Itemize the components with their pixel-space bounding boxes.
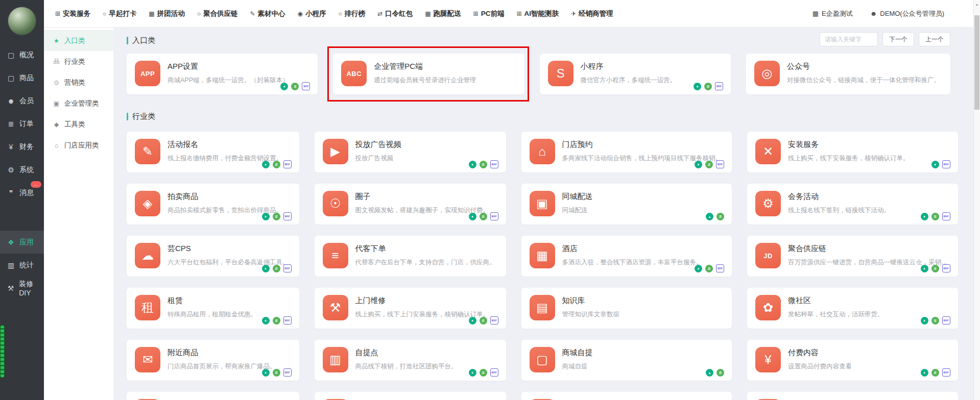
sidebar-item-统计[interactable]: ▥统计 — [0, 254, 44, 277]
window-scrollbar[interactable]: ▲ — [973, 0, 980, 400]
platform-badges: ▲SWAP — [921, 368, 950, 377]
scrollbar-thumb[interactable] — [974, 15, 979, 110]
topbar: ⊞安装服务○早起打卡▦拼团活动○聚合供应链✎素材中心◉小程序○排行榜⇄口令红包▦… — [44, 0, 980, 28]
topnav-item[interactable]: ○排行榜 — [338, 9, 365, 18]
topnav-item[interactable]: ⊞AI智能测肤 — [516, 9, 559, 18]
topnav-item[interactable]: ⇄口令红包 — [377, 9, 413, 18]
app-card[interactable]: ⌂厂家 — [127, 392, 299, 400]
android-badge-icon: ▲ — [262, 317, 270, 324]
activity-signup-icon: ✎ — [135, 139, 160, 164]
top-nav: ⊞安装服务○早起打卡▦拼团活动○聚合供应链✎素材中心◉小程序○排行榜⇄口令红包▦… — [55, 9, 613, 18]
sidebar-item-财务[interactable]: ¥财务 — [0, 135, 44, 158]
topnav-item[interactable]: ○聚合供应链 — [197, 9, 238, 18]
sidebar-item-label: 消息 — [19, 188, 34, 197]
avatar[interactable] — [8, 7, 36, 35]
android-badge-icon: ▲ — [469, 161, 476, 168]
app-card[interactable]: AIAI智能测肤 — [747, 392, 958, 400]
app-card-title: 租赁 — [168, 296, 259, 306]
app-card[interactable]: ≡代客下单代替客户在后台下单，支持自营，门店，供应商。 — [315, 236, 506, 277]
app-card[interactable]: JD聚合供应链百万货源供应一键进货，自营商品一键推送云仓，采销…▲SWAP — [747, 236, 958, 277]
category-item-企业管理类[interactable]: ▣企业管理类 — [44, 93, 113, 114]
app-card[interactable]: ⚙会务活动线上报名线下签到，链接线下活动。▲SWAP — [747, 184, 958, 224]
prev-button[interactable]: 上一个 — [919, 32, 950, 46]
app-card[interactable]: ▢商城自提商城自提▲S — [521, 340, 732, 381]
topnav-item-label: 素材中心 — [257, 9, 285, 18]
topnav-item[interactable]: ✎素材中心 — [250, 9, 285, 18]
android-badge-icon: ▲ — [695, 265, 702, 272]
workspace-switcher[interactable]: ▦E企盈测试 — [812, 9, 853, 18]
topnav-item[interactable]: ▦拼团活动 — [149, 9, 184, 18]
category-item-工具类[interactable]: ◆工具类 — [44, 114, 113, 135]
category-item-label: 入口类 — [64, 36, 85, 45]
category-item-门店应用类[interactable]: ⌂门店应用类 — [44, 135, 113, 156]
app-card[interactable]: ▶投放广告视频投放广告视频▲SWAP — [315, 132, 506, 172]
scroll-up-icon[interactable]: ▲ — [974, 0, 980, 6]
app-card[interactable]: ⊞PC前端 — [521, 392, 732, 400]
topnav-item[interactable]: ▦跑腿配送 — [425, 9, 461, 18]
app-card-desc: 发帖种草，社交互动，活跃带货。 — [788, 310, 886, 319]
miniprogram-badge-icon: S — [704, 83, 712, 90]
wap-badge-icon: WAP — [942, 368, 950, 377]
topnav-item-label: 安装服务 — [63, 9, 90, 18]
app-card[interactable]: ⚒上门维修线上购买，线下上门安装服务，核销确认订单。▲SWAP — [315, 288, 506, 329]
app-card[interactable]: ¥付费内容设置商品付费内容查看▲SWAP — [747, 340, 958, 381]
swap-arrows-icon: ⇄ — [377, 10, 383, 17]
miniprogram-badge-icon: S — [931, 317, 939, 324]
platform-badges: ▲SWAP — [695, 160, 724, 168]
app-card[interactable]: ▦酒店多酒店入驻，整合线下酒店资源，丰富平台服务。▲SWAP — [521, 236, 732, 277]
app-card[interactable]: ✎活动报名线上报名缴纳费用，付费金额营销设置。▲SWAP — [127, 132, 299, 172]
category-item-label: 工具类 — [64, 120, 85, 129]
app-card[interactable]: ☉圈子图文视频发帖，搭建兴趣圈子，实现知识付费。▲SWAP — [315, 184, 506, 224]
topnav-item[interactable]: ○早起打卡 — [103, 9, 136, 18]
app-card[interactable]: ✕安装服务线上购买，线下安装服务，核销确认订单。▲WAP — [747, 132, 958, 172]
jd-supply-chain-icon: JD — [755, 243, 781, 268]
app-card[interactable]: S小程序微信官方小程序，多端统一运营。▲SWAP — [540, 54, 731, 94]
app-card-desc: 设置商品付费内容查看 — [788, 362, 854, 371]
app-card[interactable]: ✿微社区发帖种草，社交互动，活跃带货。▲SWAP — [747, 288, 958, 329]
body-row: ★入口类品行业类⊙营销类▣企业管理类◆工具类⌂门店应用类 下一个 上一个 入口类… — [44, 28, 980, 400]
platform-badges: ▲SWAP — [262, 368, 292, 377]
stats-chart-icon: ▥ — [7, 261, 15, 269]
app-card[interactable]: ◷分时预约 — [315, 392, 506, 400]
app-card[interactable]: ▥自提点商品线下核销，打造社区团购平台。▲SWAP — [315, 340, 506, 381]
app-card[interactable]: ◎公众号对接微信公众号，链接商城，便于一体化管理和推广。 — [746, 54, 950, 94]
circle-icon: ○ — [197, 10, 201, 17]
topnav-item[interactable]: ◉小程序 — [297, 9, 326, 18]
platform-badges: ▲SWAP — [921, 212, 950, 220]
sidebar-item-消息[interactable]: ❞消息… — [0, 181, 44, 204]
app-card[interactable]: 租租赁特殊商品租用，租期租金优惠。▲SWAP — [127, 288, 299, 329]
search-input[interactable] — [820, 32, 878, 46]
sidebar-item-装修DIY[interactable]: ⚒装修DIY — [0, 277, 44, 299]
app-card-body: 同城配送同城配送 — [562, 191, 593, 217]
app-card[interactable]: ⌂门店预约多商家线下活动组合销售，线上预约项目线下服务核销。▲SWAP — [521, 132, 732, 172]
topnav-item[interactable]: ⊞PC前端 — [473, 9, 505, 18]
category-item-行业类[interactable]: 品行业类 — [44, 51, 113, 72]
sections: 入口类APPAPP设置商城APP端，多端统一运营。（封装版本）▲SWAPABC企… — [127, 36, 950, 400]
app-card[interactable]: APPAPP设置商城APP端，多端统一运营。（封装版本）▲SWAP — [127, 54, 318, 94]
topnav-item[interactable]: ⊞安装服务 — [55, 9, 90, 18]
app-card[interactable]: ▣同城配送同城配送▲S — [521, 184, 732, 224]
topnav-item[interactable]: ✈经销商管理 — [571, 9, 613, 18]
app-card[interactable]: ABC企业管理PC端通过前端会员账号登录进行企业管理 — [333, 54, 524, 94]
next-button[interactable]: 下一个 — [882, 32, 914, 46]
platform-badges: ▲SWAP — [694, 82, 723, 90]
app-card[interactable]: ◈拍卖商品商品拍卖模式新零售，竞拍出价得商品。▲SWAP — [127, 184, 299, 224]
community-icon: ✿ — [755, 295, 781, 320]
diy-hammer-icon: ⚒ — [7, 284, 15, 292]
app-card[interactable]: ▤知识库管理知识库文章数据 — [521, 288, 732, 329]
sidebar-item-订单[interactable]: ≣订单 — [0, 112, 44, 135]
app-card[interactable]: ☁芸CPS六大平台红包福利，平台必备高返佣工具。▲SWAP — [127, 236, 299, 277]
topnav-item-label: 小程序 — [305, 9, 326, 18]
sidebar-item-应用[interactable]: ❖应用 — [0, 231, 44, 254]
category-item-营销类[interactable]: ⊙营销类 — [44, 72, 113, 93]
category-item-入口类[interactable]: ★入口类 — [44, 30, 113, 51]
sidebar-item-label: 应用 — [19, 238, 34, 247]
sidebar-item-会员[interactable]: ☻会员 — [0, 89, 44, 112]
sidebar-item-系统[interactable]: ⚙系统 — [0, 158, 44, 181]
sidebar-item-商品[interactable]: ▢商品 — [0, 66, 44, 89]
app-card[interactable]: ✉附近商品门店商品首页展示，帮商家推广爆品。▲SWAP — [127, 340, 299, 381]
conference-gear-icon: ⚙ — [755, 191, 781, 216]
sidebar-item-概况[interactable]: ▢概况 — [0, 43, 44, 66]
app-settings-icon: APP — [135, 61, 160, 86]
user-menu[interactable]: ☻DEMO(公众号管理员) — [870, 9, 944, 18]
